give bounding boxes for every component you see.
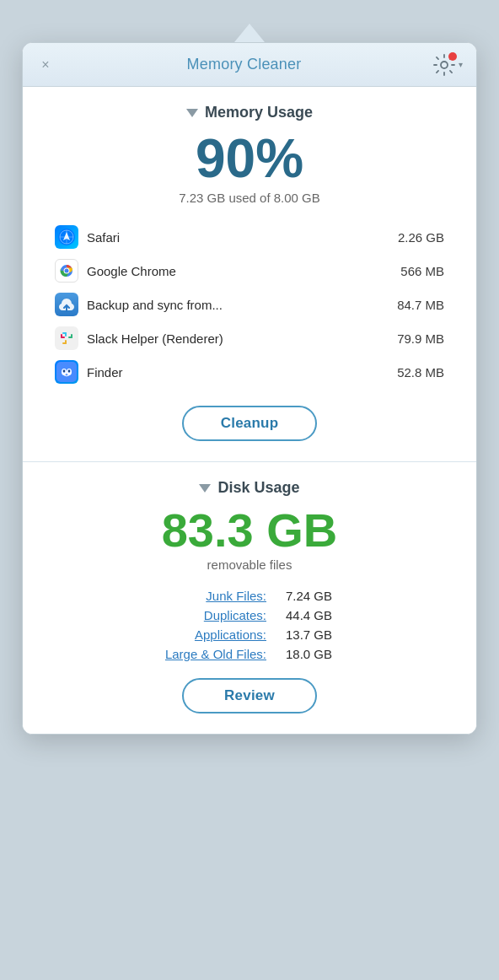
app-name: Backup and sync from... xyxy=(87,298,377,312)
collapse-triangle-icon xyxy=(186,109,198,117)
popup-container: × Memory Cleaner ▾ Memory Usage 90 xyxy=(22,42,477,735)
popup-window: × Memory Cleaner ▾ Memory Usage 90 xyxy=(22,42,477,735)
svg-point-7 xyxy=(65,269,69,273)
list-item: Finder 52.8 MB xyxy=(48,355,451,389)
memory-section-title: Memory Usage xyxy=(205,104,313,121)
svg-rect-13 xyxy=(71,334,72,338)
popup-arrow xyxy=(234,24,265,42)
close-icon: × xyxy=(41,57,49,73)
app-list: Safari 2.26 GB Google C xyxy=(48,220,451,389)
backup-icon xyxy=(55,293,78,316)
collapse-triangle-icon xyxy=(199,484,211,493)
close-button[interactable]: × xyxy=(36,56,55,74)
app-name: Google Chrome xyxy=(87,264,377,278)
notification-badge xyxy=(448,52,457,61)
disk-section-title: Disk Usage xyxy=(217,479,299,497)
svg-rect-15 xyxy=(62,342,67,344)
app-title: Memory Cleaner xyxy=(55,56,433,73)
app-name: Slack Helper (Renderer) xyxy=(87,331,377,346)
list-item: Google Chrome 566 MB xyxy=(48,254,451,288)
svg-point-22 xyxy=(68,370,69,372)
title-bar: × Memory Cleaner ▾ xyxy=(23,43,476,87)
large-old-files-value: 18.0 GB xyxy=(273,647,332,661)
settings-button[interactable]: ▾ xyxy=(433,54,463,76)
svg-rect-9 xyxy=(61,334,62,338)
list-item: Duplicates: 44.4 GB xyxy=(131,608,368,622)
dropdown-arrow-icon: ▾ xyxy=(459,60,463,69)
large-old-files-link[interactable]: Large & Old Files: xyxy=(131,647,266,661)
app-name: Safari xyxy=(87,230,377,245)
duplicates-value: 44.4 GB xyxy=(273,608,332,622)
list-item: Junk Files: 7.24 GB xyxy=(131,589,368,603)
app-memory: 84.7 MB xyxy=(385,298,444,312)
junk-files-link[interactable]: Junk Files: xyxy=(131,589,266,603)
disk-subtitle: removable files xyxy=(48,557,451,572)
list-item: Backup and sync from... 84.7 MB xyxy=(48,288,451,321)
slack-icon xyxy=(55,326,78,350)
disk-total-gb: 83.3 GB xyxy=(48,507,451,554)
memory-section-header: Memory Usage xyxy=(48,104,451,121)
finder-icon xyxy=(55,360,78,384)
disk-section: Disk Usage 83.3 GB removable files Junk … xyxy=(23,462,476,734)
list-item: Large & Old Files: 18.0 GB xyxy=(131,647,368,661)
list-item: Slack Helper (Renderer) 79.9 MB xyxy=(48,321,451,355)
junk-files-value: 7.24 GB xyxy=(273,589,332,603)
gear-wrapper xyxy=(433,54,455,76)
duplicates-link[interactable]: Duplicates: xyxy=(131,608,266,622)
svg-rect-11 xyxy=(62,332,67,334)
cleanup-button[interactable]: Cleanup xyxy=(182,406,317,441)
app-memory: 52.8 MB xyxy=(385,365,444,380)
safari-icon xyxy=(55,225,78,249)
list-item: Safari 2.26 GB xyxy=(48,220,451,254)
memory-section: Memory Usage 90% 7.23 GB used of 8.00 GB xyxy=(23,87,476,461)
memory-usage-detail: 7.23 GB used of 8.00 GB xyxy=(48,191,451,205)
app-memory: 79.9 MB xyxy=(385,331,444,346)
chrome-icon xyxy=(55,259,78,283)
disk-section-header: Disk Usage xyxy=(48,479,451,497)
app-memory: 2.26 GB xyxy=(385,230,444,245)
app-name: Finder xyxy=(87,365,377,380)
svg-point-21 xyxy=(63,370,64,372)
memory-percent: 90% xyxy=(48,132,451,186)
review-button[interactable]: Review xyxy=(182,678,317,713)
applications-value: 13.7 GB xyxy=(273,627,332,642)
list-item: Applications: 13.7 GB xyxy=(131,627,368,642)
applications-link[interactable]: Applications: xyxy=(131,627,266,642)
app-memory: 566 MB xyxy=(385,264,444,278)
disk-categories-list: Junk Files: 7.24 GB Duplicates: 44.4 GB … xyxy=(48,589,451,661)
